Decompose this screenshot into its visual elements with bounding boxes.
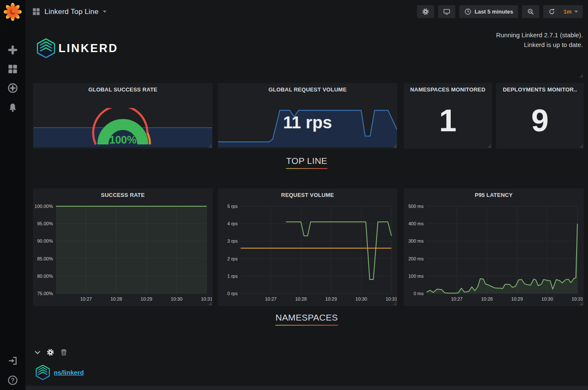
linkerd-brand: LINKERD bbox=[36, 38, 118, 58]
explore-compass-icon[interactable] bbox=[8, 83, 18, 93]
svg-text:10:31: 10:31 bbox=[571, 296, 582, 301]
namespaces-monitored-panel: NAMESPACES MONITORED 1 bbox=[404, 83, 492, 149]
settings-gear-icon bbox=[422, 8, 429, 15]
tv-mode-button[interactable] bbox=[438, 5, 455, 18]
grafana-logo[interactable] bbox=[4, 3, 22, 21]
partial-panel-edge bbox=[25, 386, 588, 390]
svg-text:200 ms: 200 ms bbox=[408, 256, 424, 261]
svg-text:10:28: 10:28 bbox=[111, 296, 122, 301]
svg-text:500 ms: 500 ms bbox=[408, 204, 424, 209]
dashboards-grid-icon[interactable] bbox=[8, 64, 18, 74]
row-header-text: TOP LINE bbox=[286, 156, 327, 166]
refresh-icon bbox=[548, 8, 555, 15]
time-range-picker[interactable]: Last 5 minutes bbox=[459, 5, 518, 18]
alerting-bell-icon[interactable] bbox=[8, 102, 18, 113]
dashboard-settings-button[interactable] bbox=[417, 5, 434, 18]
linkerd-logo bbox=[36, 38, 55, 58]
request-volume-chart-panel: REQUEST VOLUME 0 rps1 rps2 rps3 rps4 rps… bbox=[218, 188, 397, 306]
namespaces-row-controls bbox=[35, 348, 67, 357]
row-settings-gear-icon[interactable] bbox=[47, 349, 54, 356]
svg-text:85.00%: 85.00% bbox=[37, 256, 53, 261]
svg-text:10:27: 10:27 bbox=[451, 296, 463, 301]
panel-title[interactable]: SUCCESS RATE bbox=[33, 188, 213, 198]
panel-resize-handle[interactable] bbox=[487, 144, 491, 148]
stat-value: 9 bbox=[531, 102, 549, 138]
status-line-2: Linkerd is up to date. bbox=[496, 40, 583, 50]
refresh-interval-label: 1m bbox=[563, 8, 571, 15]
panel-title[interactable]: NAMESPACES MONITORED bbox=[404, 83, 492, 93]
svg-text:100.00%: 100.00% bbox=[35, 204, 53, 209]
status-line-1: Running Linkerd 2.7.1 (stable). bbox=[496, 30, 583, 40]
help-icon[interactable]: ? bbox=[8, 375, 18, 385]
panel-title[interactable]: GLOBAL SUCCESS RATE bbox=[33, 83, 213, 93]
panel-title[interactable]: P95 LATENCY bbox=[404, 188, 584, 198]
divider bbox=[559, 8, 560, 16]
linkerd-logo-small bbox=[36, 365, 50, 380]
deployments-monitored-panel: DEPLOYMENTS MONITOR.. 9 bbox=[496, 83, 584, 149]
svg-text:10:29: 10:29 bbox=[141, 296, 153, 301]
top-navbar: Linkerd Top Line Last 5 minutes 1m bbox=[25, 0, 588, 23]
svg-text:3 rps: 3 rps bbox=[227, 238, 238, 243]
svg-text:10:30: 10:30 bbox=[541, 296, 553, 301]
collapse-chevron-icon[interactable] bbox=[35, 351, 40, 354]
svg-text:0 rps: 0 rps bbox=[227, 291, 238, 296]
namespace-row: ns/linkerd bbox=[36, 363, 84, 381]
dashboard-title: Linkerd Top Line bbox=[44, 8, 99, 16]
svg-text:10:27: 10:27 bbox=[80, 296, 92, 301]
gauge-value: 100% bbox=[87, 134, 159, 146]
row-header-underline bbox=[286, 168, 327, 169]
global-request-volume-panel: GLOBAL REQUEST VOLUME 11 rps bbox=[218, 83, 397, 149]
trash-icon[interactable] bbox=[61, 349, 67, 356]
p95-latency-chart: 0 ms100 ms200 ms300 ms400 ms500 ms10:271… bbox=[405, 202, 582, 305]
svg-text:10:29: 10:29 bbox=[325, 296, 337, 301]
linkerd-status-text: Running Linkerd 2.7.1 (stable). Linkerd … bbox=[496, 30, 583, 50]
p95-latency-chart-panel: P95 LATENCY 0 ms100 ms200 ms300 ms400 ms… bbox=[404, 188, 584, 306]
sign-in-icon[interactable] bbox=[8, 356, 18, 366]
sidebar: ? bbox=[0, 0, 25, 390]
svg-text:300 ms: 300 ms bbox=[408, 238, 424, 243]
global-success-rate-panel: GLOBAL SUCCESS RATE 100% bbox=[33, 83, 213, 149]
namespaces-row-header: NAMESPACES bbox=[25, 313, 588, 326]
stat-value: 11 rps bbox=[283, 113, 332, 132]
plus-icon[interactable] bbox=[8, 45, 18, 55]
time-range-label: Last 5 minutes bbox=[474, 8, 513, 15]
clock-icon bbox=[464, 8, 472, 15]
svg-text:4 rps: 4 rps bbox=[227, 221, 238, 226]
namespace-link[interactable]: ns/linkerd bbox=[54, 369, 84, 376]
brand-text: LINKERD bbox=[58, 42, 118, 55]
svg-text:10:30: 10:30 bbox=[171, 296, 183, 301]
svg-text:10:30: 10:30 bbox=[355, 296, 367, 301]
svg-text:1 rps: 1 rps bbox=[227, 274, 238, 279]
header-text-panel: LINKERD Running Linkerd 2.7.1 (stable). … bbox=[33, 26, 584, 78]
svg-text:90.00%: 90.00% bbox=[37, 238, 53, 243]
row-header-underline bbox=[275, 325, 338, 326]
zoom-out-icon bbox=[527, 8, 534, 15]
row-header-text: NAMESPACES bbox=[275, 313, 338, 323]
success-rate-chart-panel: SUCCESS RATE 75.00%80.00%85.00%90.00%95.… bbox=[33, 188, 213, 306]
top-line-row-header: TOP LINE bbox=[25, 156, 588, 169]
refresh-picker[interactable]: 1m bbox=[543, 5, 583, 18]
svg-text:10:28: 10:28 bbox=[481, 296, 493, 301]
svg-text:10:29: 10:29 bbox=[511, 296, 523, 301]
caret-down-icon bbox=[574, 11, 578, 13]
svg-text:10:28: 10:28 bbox=[295, 296, 307, 301]
panel-resize-handle[interactable] bbox=[579, 74, 583, 77]
caret-down-icon bbox=[103, 11, 106, 13]
svg-text:80.00%: 80.00% bbox=[37, 274, 53, 279]
request-volume-chart: 0 rps1 rps2 rps3 rps4 rps5 rps10:2710:28… bbox=[219, 202, 397, 305]
svg-text:0 ms: 0 ms bbox=[413, 291, 424, 296]
zoom-out-button[interactable] bbox=[522, 5, 539, 18]
svg-text:95.00%: 95.00% bbox=[37, 221, 53, 226]
svg-text:10:31: 10:31 bbox=[201, 296, 212, 301]
panel-title[interactable]: REQUEST VOLUME bbox=[218, 188, 397, 198]
svg-text:10:27: 10:27 bbox=[265, 296, 277, 301]
svg-text:400 ms: 400 ms bbox=[408, 221, 424, 226]
panel-title[interactable]: DEPLOYMENTS MONITOR.. bbox=[496, 83, 584, 93]
stat-value: 1 bbox=[439, 102, 456, 138]
svg-text:2 rps: 2 rps bbox=[227, 256, 238, 261]
svg-text:5 rps: 5 rps bbox=[227, 204, 238, 209]
success-rate-chart: 75.00%80.00%85.00%90.00%95.00%100.00%10:… bbox=[34, 202, 212, 305]
dashboard-grid-icon bbox=[32, 8, 40, 16]
dashboard-title-button[interactable]: Linkerd Top Line bbox=[32, 8, 106, 16]
panel-resize-handle[interactable] bbox=[579, 144, 583, 148]
